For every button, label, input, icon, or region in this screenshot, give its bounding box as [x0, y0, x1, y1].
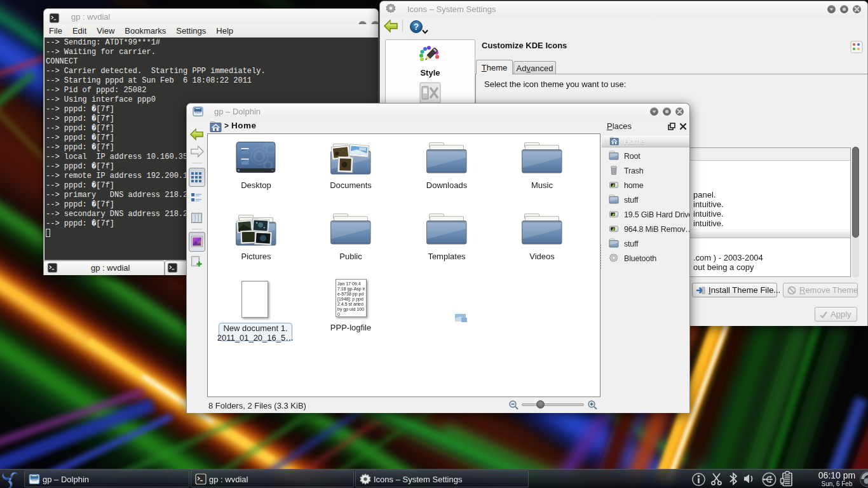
svg-text:?: ?: [414, 22, 419, 32]
